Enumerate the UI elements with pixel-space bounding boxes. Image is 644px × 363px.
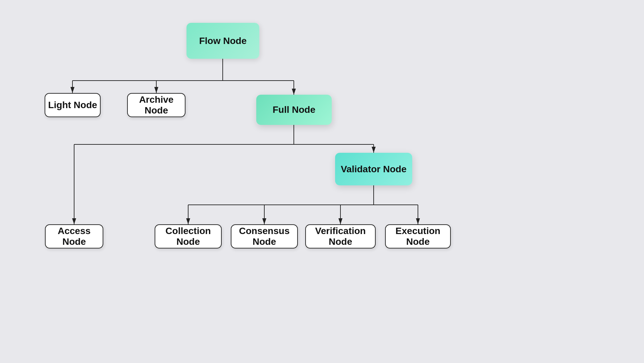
validator-node: Validator Node bbox=[335, 153, 412, 185]
consensus-node: Consensus Node bbox=[231, 224, 298, 248]
collection-node: Collection Node bbox=[155, 224, 222, 248]
execution-node-label: Execution Node bbox=[386, 226, 450, 247]
execution-node: Execution Node bbox=[385, 224, 451, 248]
archive-node-label: Archive Node bbox=[128, 94, 185, 116]
light-node-label: Light Node bbox=[48, 100, 97, 110]
validator-node-label: Validator Node bbox=[341, 164, 407, 175]
full-node: Full Node bbox=[256, 95, 332, 125]
verification-node: Verification Node bbox=[305, 224, 376, 248]
flow-node-label: Flow Node bbox=[199, 36, 247, 46]
access-node: Access Node bbox=[45, 224, 103, 248]
collection-node-label: Collection Node bbox=[155, 226, 221, 247]
flow-node: Flow Node bbox=[186, 23, 259, 59]
verification-node-label: Verification Node bbox=[306, 226, 375, 247]
archive-node: Archive Node bbox=[127, 93, 185, 117]
full-node-label: Full Node bbox=[273, 104, 316, 115]
consensus-node-label: Consensus Node bbox=[231, 226, 297, 247]
light-node: Light Node bbox=[45, 93, 101, 117]
access-node-label: Access Node bbox=[46, 226, 103, 247]
